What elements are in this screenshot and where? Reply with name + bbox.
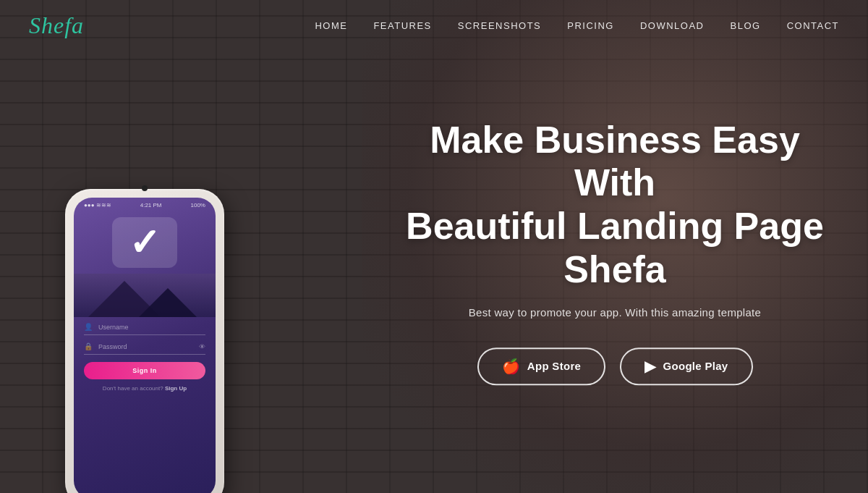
checkmark-icon: ✓ — [129, 224, 161, 261]
appstore-label: App Store — [527, 360, 581, 372]
signin-button[interactable]: Sign In — [84, 362, 205, 379]
appstore-button[interactable]: 🍎 App Store — [477, 347, 606, 385]
phone-form: 👤 Username 🔒 Password 👁 Sign In Don't ha… — [74, 317, 216, 397]
checkmark-background: ✓ — [112, 217, 177, 268]
hero-buttons: 🍎 App Store ▶ Google Play — [398, 347, 832, 385]
nav-download[interactable]: DOWNLOAD — [640, 20, 705, 31]
play-icon: ▶ — [644, 359, 655, 374]
phone-checkmark-area: ✓ — [74, 217, 216, 268]
googleplay-label: Google Play — [663, 360, 728, 372]
nav-pricing[interactable]: PRICING — [567, 20, 614, 31]
username-placeholder[interactable]: Username — [98, 324, 129, 331]
lock-icon: 🔒 — [84, 342, 93, 350]
username-row: 👤 Username — [84, 323, 205, 335]
phone-carrier: ●●● ≋≋≋ — [84, 202, 111, 208]
eye-icon[interactable]: 👁 — [199, 343, 205, 350]
hero-title-line1: Make Business Easy With — [430, 119, 800, 204]
mountain-2 — [139, 288, 197, 317]
password-row: 🔒 Password 👁 — [84, 342, 205, 355]
phone-status-bar: ●●● ≋≋≋ 4:21 PM 100% — [74, 198, 216, 210]
nav-blog[interactable]: BLOG — [731, 20, 761, 31]
hero-title-line2: Beautiful Landing Page Shefa — [406, 205, 824, 290]
googleplay-button[interactable]: ▶ Google Play — [620, 347, 752, 385]
nav-links: HOME FEATURES SCREENSHOTS PRICING DOWNLO… — [315, 19, 839, 32]
phone-battery: 100% — [191, 202, 205, 208]
phone-mockup: ●●● ≋≋≋ 4:21 PM 100% ✓ — [43, 189, 246, 493]
phone-scene — [74, 274, 216, 317]
password-placeholder[interactable]: Password — [98, 343, 127, 350]
hero-content: Make Business Easy With Beautiful Landin… — [398, 119, 832, 385]
nav-features[interactable]: FEATURES — [373, 20, 431, 31]
apple-icon: 🍎 — [502, 359, 520, 374]
signup-text: Don't have an account? Sign Up — [84, 385, 205, 392]
navbar: Shefa HOME FEATURES SCREENSHOTS PRICING … — [0, 0, 868, 51]
nav-screenshots[interactable]: SCREENSHOTS — [458, 20, 541, 31]
phone-outer: ●●● ≋≋≋ 4:21 PM 100% ✓ — [65, 189, 224, 493]
brand-logo[interactable]: Shefa — [29, 12, 84, 39]
nav-contact[interactable]: CONTACT — [787, 20, 839, 31]
hero-section: Shefa HOME FEATURES SCREENSHOTS PRICING … — [0, 0, 868, 493]
user-icon: 👤 — [84, 323, 93, 331]
phone-screen: ●●● ≋≋≋ 4:21 PM 100% ✓ — [74, 198, 216, 493]
hero-title: Make Business Easy With Beautiful Landin… — [398, 119, 832, 292]
signup-link[interactable]: Sign Up — [165, 385, 187, 392]
nav-home[interactable]: HOME — [315, 20, 347, 31]
hero-subtitle: Best way to promote your app. With this … — [398, 306, 832, 319]
phone-camera — [142, 185, 148, 191]
phone-time: 4:21 PM — [140, 202, 162, 208]
